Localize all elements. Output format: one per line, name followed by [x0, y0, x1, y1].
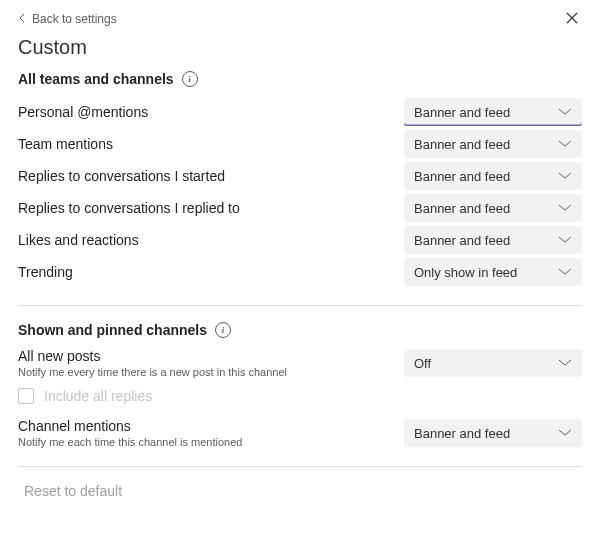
select-value: Off: [414, 356, 431, 371]
setting-row: Team mentionsBanner and feed: [18, 129, 582, 159]
setting-select[interactable]: Banner and feed: [404, 98, 582, 126]
checkbox-icon: [18, 388, 34, 404]
setting-select[interactable]: Banner and feed: [404, 226, 582, 254]
chevron-down-icon: [558, 268, 572, 276]
setting-select[interactable]: Banner and feed: [404, 194, 582, 222]
setting-label: Personal @mentions: [18, 104, 148, 120]
channel-mentions-label: Channel mentions: [18, 418, 242, 434]
chevron-down-icon: [558, 172, 572, 180]
setting-row: Replies to conversations I replied toBan…: [18, 193, 582, 223]
section-divider: [18, 305, 582, 306]
back-label: Back to settings: [32, 12, 117, 26]
all-new-posts-sub: Notify me every time there is a new post…: [18, 366, 287, 378]
chevron-down-icon: [558, 236, 572, 244]
include-all-replies-label: Include all replies: [44, 388, 152, 404]
setting-select[interactable]: Banner and feed: [404, 130, 582, 158]
setting-label: Trending: [18, 264, 73, 280]
setting-label: Replies to conversations I started: [18, 168, 225, 184]
section-pinned-title: Shown and pinned channels: [18, 322, 207, 338]
setting-select[interactable]: Banner and feed: [404, 162, 582, 190]
setting-label: Replies to conversations I replied to: [18, 200, 240, 216]
reset-to-default-button[interactable]: Reset to default: [18, 483, 582, 499]
chevron-down-icon: [558, 140, 572, 148]
section-all-title: All teams and channels: [18, 71, 174, 87]
select-value: Banner and feed: [414, 201, 510, 216]
setting-label: Likes and reactions: [18, 232, 139, 248]
all-new-posts-select[interactable]: Off: [404, 349, 582, 377]
setting-row: Replies to conversations I startedBanner…: [18, 161, 582, 191]
chevron-down-icon: [558, 204, 572, 212]
all-new-posts-label: All new posts: [18, 348, 287, 364]
chevron-left-icon: [18, 12, 26, 26]
select-value: Banner and feed: [414, 137, 510, 152]
setting-select[interactable]: Only show in feed: [404, 258, 582, 286]
back-to-settings-link[interactable]: Back to settings: [18, 12, 117, 26]
channel-mentions-select[interactable]: Banner and feed: [404, 419, 582, 447]
info-icon[interactable]: i: [215, 322, 231, 338]
select-value: Banner and feed: [414, 105, 510, 120]
chevron-down-icon: [558, 359, 572, 367]
info-icon[interactable]: i: [182, 71, 198, 87]
setting-label: Team mentions: [18, 136, 113, 152]
close-button[interactable]: [562, 10, 582, 28]
chevron-down-icon: [558, 108, 572, 116]
select-value: Only show in feed: [414, 265, 517, 280]
close-icon: [566, 12, 578, 24]
include-all-replies-checkbox: Include all replies: [18, 388, 582, 404]
setting-row: TrendingOnly show in feed: [18, 257, 582, 287]
setting-row: Likes and reactionsBanner and feed: [18, 225, 582, 255]
select-value: Banner and feed: [414, 426, 510, 441]
section-divider: [18, 466, 582, 467]
setting-row: Personal @mentionsBanner and feed: [18, 97, 582, 127]
select-value: Banner and feed: [414, 169, 510, 184]
chevron-down-icon: [558, 429, 572, 437]
page-title: Custom: [18, 36, 582, 59]
channel-mentions-sub: Notify me each time this channel is ment…: [18, 436, 242, 448]
select-value: Banner and feed: [414, 233, 510, 248]
